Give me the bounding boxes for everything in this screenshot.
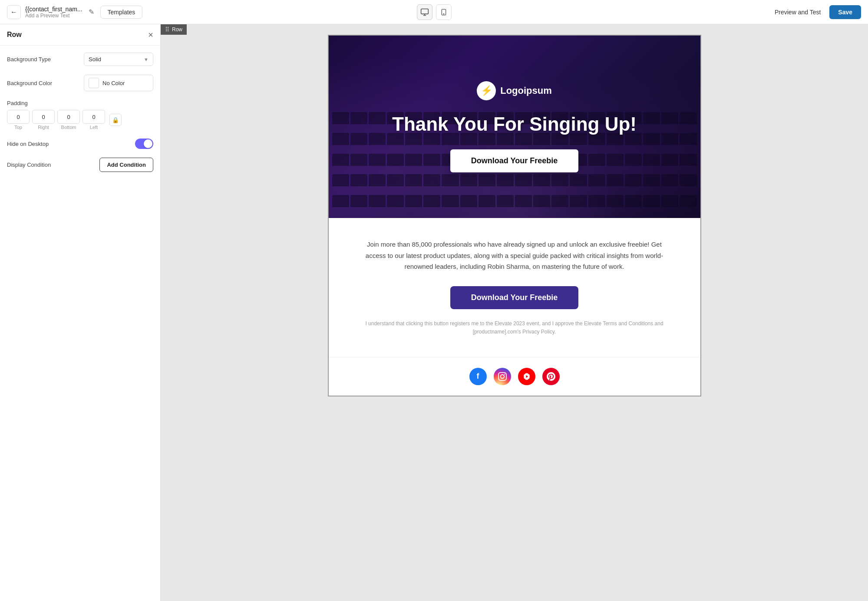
padding-lock-button[interactable]: 🔒 <box>109 114 122 126</box>
background-type-field: Background Type Solid ▼ <box>7 53 153 66</box>
padding-top-label: Top <box>14 125 22 130</box>
social-section: f <box>329 357 700 396</box>
hero-content: ⚡ Logoipsum Thank You For Singing Up! Do… <box>366 64 663 190</box>
hero-section: ⚡ Logoipsum Thank You For Singing Up! Do… <box>329 36 700 218</box>
logo-icon: ⚡ <box>477 81 496 100</box>
background-color-field: Background Color No Color <box>7 75 153 91</box>
padding-bottom-wrap: Bottom <box>57 110 80 130</box>
content-cta-area: Download Your Freebie I understand that … <box>363 286 666 336</box>
add-condition-button[interactable]: Add Condition <box>99 158 153 172</box>
row-badge: Row <box>172 26 182 33</box>
hide-desktop-toggle[interactable] <box>135 139 153 149</box>
background-type-select[interactable]: Solid ▼ <box>84 53 153 66</box>
display-condition-field: Display Condition Add Condition <box>7 158 153 172</box>
padding-right-input[interactable] <box>32 110 55 124</box>
pinterest-icon[interactable] <box>542 368 560 385</box>
panel-body: Background Type Solid ▼ Background Color… <box>0 46 160 179</box>
topbar: ← {{contact_first_nam... Add a Preview T… <box>0 0 868 24</box>
row-label-bar: ⠿ Row <box>161 24 187 35</box>
padding-right-wrap: Right <box>32 110 55 130</box>
facebook-icon[interactable]: f <box>469 368 487 385</box>
main-layout: Row × Background Type Solid ▼ Background… <box>0 24 868 601</box>
content-section: Join more than 85,000 professionals who … <box>329 218 700 357</box>
padding-left-input[interactable] <box>83 110 105 124</box>
panel-title: Row <box>7 31 22 39</box>
padding-left-label: Left <box>90 125 98 130</box>
color-value: No Color <box>102 80 125 86</box>
padding-left-wrap: Left <box>83 110 105 130</box>
back-button[interactable]: ← <box>7 5 21 19</box>
hero-title: Thank You For Singing Up! <box>392 113 637 135</box>
padding-top-input[interactable] <box>7 110 30 124</box>
preview-text-label: Add a Preview Text <box>25 13 83 19</box>
padding-label: Padding <box>7 100 153 106</box>
hide-desktop-field: Hide on Desktop <box>7 139 153 149</box>
panel-header: Row × <box>0 24 160 46</box>
content-body: Join more than 85,000 professionals who … <box>363 239 666 272</box>
mobile-view-button[interactable] <box>436 4 452 20</box>
padding-field: Padding Top Right Bottom <box>7 100 153 130</box>
padding-top-wrap: Top <box>7 110 30 130</box>
templates-button[interactable]: Templates <box>100 6 143 19</box>
edit-button[interactable]: ✎ <box>87 6 96 18</box>
padding-bottom-input[interactable] <box>57 110 80 124</box>
padding-bottom-label: Bottom <box>61 125 76 130</box>
youtube-icon[interactable] <box>518 368 535 385</box>
drag-icon: ⠿ <box>165 26 169 33</box>
desktop-view-button[interactable] <box>417 4 432 20</box>
left-panel: Row × Background Type Solid ▼ Background… <box>0 24 161 601</box>
svg-point-2 <box>443 13 444 14</box>
chevron-down-icon: ▼ <box>144 57 149 62</box>
canvas-area[interactable]: ⠿ Row <box>161 24 868 601</box>
logo-text: Logoipsum <box>500 85 552 96</box>
svg-rect-0 <box>421 9 428 14</box>
content-cta-button[interactable]: Download Your Freebie <box>450 286 578 309</box>
padding-inputs: Top Right Bottom Left 🔒 <box>7 110 153 130</box>
close-panel-button[interactable]: × <box>148 30 153 39</box>
hide-desktop-label: Hide on Desktop <box>7 141 49 147</box>
hero-logo: ⚡ Logoipsum <box>392 81 637 100</box>
preview-and-test-button[interactable]: Preview and Test <box>770 6 825 18</box>
contact-info: {{contact_first_nam... Add a Preview Tex… <box>25 6 83 19</box>
background-color-label: Background Color <box>7 80 52 86</box>
content-disclaimer: I understand that clicking this button r… <box>363 320 666 336</box>
topbar-right: Preview and Test Save <box>580 5 861 19</box>
contact-name: {{contact_first_nam... <box>25 6 83 13</box>
background-type-label: Background Type <box>7 56 51 63</box>
hero-cta-button[interactable]: Download Your Freebie <box>450 149 578 172</box>
topbar-center <box>294 4 575 20</box>
background-color-picker[interactable]: No Color <box>84 75 153 91</box>
color-swatch <box>89 78 99 88</box>
toggle-thumb <box>144 139 152 148</box>
email-canvas: ⚡ Logoipsum Thank You For Singing Up! Do… <box>328 35 701 396</box>
padding-right-label: Right <box>38 125 49 130</box>
topbar-left: ← {{contact_first_nam... Add a Preview T… <box>7 5 288 19</box>
display-condition-label: Display Condition <box>7 162 51 168</box>
save-button[interactable]: Save <box>829 5 861 19</box>
instagram-icon[interactable] <box>494 368 511 385</box>
